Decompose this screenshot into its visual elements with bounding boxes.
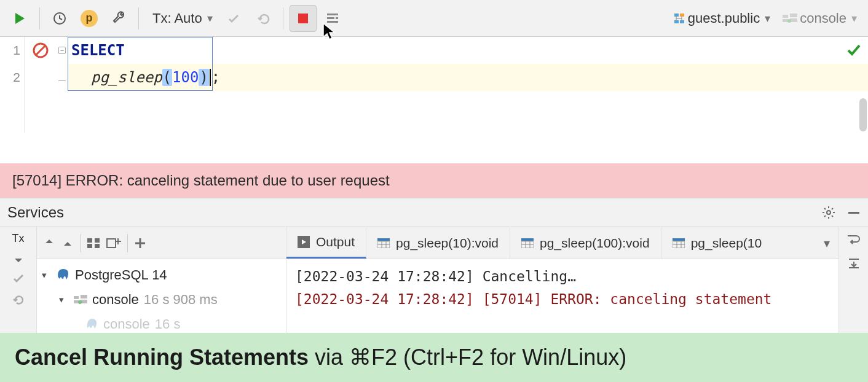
chevron-down-icon: ▾ xyxy=(42,270,52,281)
schema-label: guest.public xyxy=(685,10,762,26)
session-selector[interactable]: console ▾ xyxy=(778,10,862,26)
settings-button[interactable] xyxy=(105,5,132,32)
output-log[interactable]: [2022-03-24 17:28:42] Cancelling… [2022-… xyxy=(286,259,838,317)
error-banner: [57014] ERROR: canceling statement due t… xyxy=(0,163,868,198)
run-button[interactable] xyxy=(6,5,33,32)
svg-point-29 xyxy=(78,300,82,304)
tree-session-node[interactable]: ▾ console 16 s 908 ms xyxy=(42,287,281,312)
check-icon xyxy=(227,12,240,25)
tab-result-3[interactable]: pg_sleep(10 xyxy=(661,227,773,259)
tree-session-label: console xyxy=(92,292,139,308)
history-button[interactable] xyxy=(46,5,73,32)
table-icon xyxy=(521,238,534,248)
schema-icon xyxy=(673,12,685,25)
sql-semicolon: ; xyxy=(211,69,220,86)
tree-session-time: 16 s 908 ms xyxy=(144,292,218,308)
tip-bold: Cancel Running Statements xyxy=(15,345,309,370)
services-hide-button[interactable] xyxy=(847,206,861,219)
add-icon[interactable] xyxy=(134,237,146,249)
tab-output[interactable]: Output xyxy=(286,227,366,259)
rollback-button[interactable] xyxy=(250,5,277,32)
tx-mode-dropdown[interactable]: Tx: Auto ▾ xyxy=(145,10,218,26)
wrench-icon xyxy=(111,11,126,26)
svg-rect-26 xyxy=(74,300,79,303)
services-left-gutter: Tx xyxy=(0,227,37,345)
svg-rect-3 xyxy=(327,14,338,15)
stop-icon xyxy=(298,13,309,24)
no-entry-icon xyxy=(33,42,49,58)
services-settings-button[interactable] xyxy=(821,205,836,220)
svg-rect-11 xyxy=(783,15,788,18)
tab-result-1[interactable]: pg_sleep(10):void xyxy=(366,227,510,259)
services-tree[interactable]: ▾ PostgreSQL 14 ▾ console 16 s 908 ms co… xyxy=(37,259,286,340)
undo-icon xyxy=(256,11,270,26)
console-icon xyxy=(74,295,87,305)
error-text: [57014] ERROR: canceling statement due t… xyxy=(12,172,390,189)
output-run-icon xyxy=(298,236,310,248)
table-icon xyxy=(377,238,390,248)
tree-child-time: 16 s xyxy=(155,316,181,332)
services-output-column: Output pg_sleep(10):void pg_sleep(100):v… xyxy=(286,227,838,345)
svg-rect-9 xyxy=(674,20,679,23)
services-tree-toolbar xyxy=(37,227,286,259)
editor-blank-area xyxy=(0,133,868,163)
svg-rect-2 xyxy=(298,14,308,23)
tx-label: Tx: Auto xyxy=(150,10,205,26)
sql-number: 100 xyxy=(172,69,199,86)
expand-up-icon[interactable] xyxy=(12,254,25,263)
line-number: 2 xyxy=(0,64,24,91)
svg-marker-0 xyxy=(15,13,25,24)
fold-start-icon[interactable]: − xyxy=(58,47,66,54)
code-area[interactable]: SELECT pg_sleep(100); xyxy=(68,37,868,133)
output-line: [2022-03-24 17:28:42] Cancelling… xyxy=(295,265,830,288)
plan-icon xyxy=(325,11,340,26)
tab-result-2[interactable]: pg_sleep(100):void xyxy=(510,227,661,259)
sql-editor[interactable]: 1 2 − SELECT pg_sleep(100); xyxy=(0,37,868,133)
svg-rect-5 xyxy=(336,17,338,19)
new-session-icon[interactable] xyxy=(106,237,121,249)
svg-rect-36 xyxy=(521,238,534,241)
fold-gutter: − xyxy=(57,37,68,133)
console-icon xyxy=(783,14,797,23)
output-right-gutter xyxy=(838,227,868,345)
top-toolbar: p Tx: Auto ▾ guest.public ▾ xyxy=(0,0,868,37)
separator xyxy=(39,7,40,29)
tip-rest: via ⌘F2 (Ctrl+F2 for Win/Linux) xyxy=(309,345,626,370)
parameters-button[interactable]: p xyxy=(76,5,103,32)
tree-db-label: PostgreSQL 14 xyxy=(75,267,167,283)
session-label: console xyxy=(797,10,849,26)
svg-rect-6 xyxy=(327,21,338,23)
svg-rect-4 xyxy=(327,17,334,19)
tabs-more-button[interactable]: ▾ xyxy=(815,227,838,259)
scroll-to-end-button[interactable] xyxy=(846,257,861,269)
tab-output-label: Output xyxy=(316,235,355,249)
explain-plan-button[interactable] xyxy=(319,5,346,32)
revert-button[interactable] xyxy=(12,293,25,306)
svg-rect-21 xyxy=(95,238,100,243)
svg-rect-8 xyxy=(680,14,684,17)
tab-result-3-label: pg_sleep(10 xyxy=(691,236,762,251)
svg-rect-31 xyxy=(377,238,390,241)
svg-rect-7 xyxy=(674,14,679,17)
schema-selector[interactable]: guest.public ▾ xyxy=(668,10,775,26)
svg-point-18 xyxy=(827,211,831,214)
line-number: 1 xyxy=(0,37,24,64)
expand-down-icon[interactable] xyxy=(43,238,55,248)
tree-child-label: console xyxy=(103,316,150,332)
apply-button[interactable] xyxy=(12,272,25,284)
separator xyxy=(138,7,139,29)
commit-button[interactable] xyxy=(220,5,247,32)
p-badge-icon: p xyxy=(81,10,98,27)
annotation-gutter xyxy=(25,37,57,133)
soft-wrap-button[interactable] xyxy=(846,233,861,246)
filter-icon[interactable] xyxy=(87,238,100,249)
paren-close: ) xyxy=(199,69,208,86)
collapse-icon[interactable] xyxy=(61,238,74,248)
separator xyxy=(283,7,283,29)
stop-button[interactable] xyxy=(290,5,317,32)
tree-db-node[interactable]: ▾ PostgreSQL 14 xyxy=(42,263,281,287)
clock-icon xyxy=(52,11,67,26)
editor-scrollbar[interactable] xyxy=(859,98,867,131)
services-header: Services xyxy=(0,198,868,227)
line-gutter: 1 2 xyxy=(0,37,25,133)
